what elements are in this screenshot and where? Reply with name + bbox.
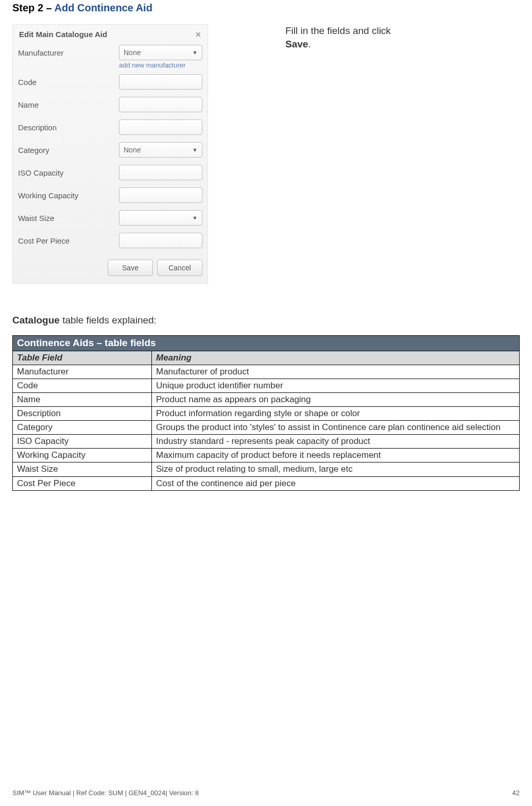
manufacturer-select[interactable]: None ▼	[119, 45, 202, 60]
table-row: Waist SizeSize of product relating to sm…	[13, 462, 520, 476]
add-new-manufacturer-link[interactable]: add new manufacturer	[119, 61, 185, 69]
label-name: Name	[18, 100, 119, 109]
table-row: CategoryGroups the product into 'styles'…	[13, 421, 520, 435]
code-input[interactable]	[119, 74, 202, 90]
footer-left: SIM™ User Manual | Ref Code: SUM | GEN4_…	[12, 789, 199, 797]
cell-field: Name	[13, 392, 152, 406]
catalogue-intro-rest: table fields explained:	[60, 315, 157, 325]
step-heading: Step 2 – Add Continence Aid	[12, 0, 520, 14]
table-row: NameProduct name as appears on packaging	[13, 392, 520, 406]
instruction-text: Fill in the fields and click Save.	[285, 24, 391, 50]
cell-field: Cost Per Piece	[13, 476, 152, 490]
step-sep: –	[43, 2, 55, 13]
cell-field: Working Capacity	[13, 449, 152, 462]
category-select-value: None	[124, 146, 141, 154]
chevron-down-icon: ▼	[192, 147, 198, 153]
table-col2-header: Meaning	[152, 351, 520, 365]
cell-meaning: Industry standard - represents peak capa…	[152, 435, 520, 449]
cell-meaning: Product information regarding style or s…	[152, 407, 520, 421]
instruction-period: .	[308, 39, 311, 49]
label-working: Working Capacity	[18, 191, 119, 200]
name-input[interactable]	[119, 97, 202, 112]
save-button[interactable]: Save	[108, 260, 153, 276]
table-title: Continence Aids – table fields	[13, 336, 520, 351]
manufacturer-select-value: None	[124, 48, 141, 57]
chevron-down-icon: ▼	[192, 49, 198, 56]
table-row: CodeUnique product identifier number	[13, 379, 520, 392]
label-waist: Waist Size	[18, 214, 119, 222]
waist-size-select[interactable]: ▼	[119, 210, 202, 226]
label-iso: ISO Capacity	[18, 168, 119, 177]
cell-field: ISO Capacity	[13, 435, 152, 449]
catalogue-intro: Catalogue table fields explained:	[12, 315, 520, 326]
label-manufacturer: Manufacturer	[18, 48, 119, 57]
iso-capacity-input[interactable]	[119, 165, 202, 180]
label-category: Category	[18, 146, 119, 155]
working-capacity-input[interactable]	[119, 187, 202, 203]
table-row: DescriptionProduct information regarding…	[13, 407, 520, 421]
dialog-title: Edit Main Catalogue Aid	[19, 30, 107, 39]
cell-meaning: Cost of the continence aid per piece	[152, 476, 520, 490]
fields-table: Continence Aids – table fields Table Fie…	[12, 335, 520, 491]
cell-field: Code	[13, 379, 152, 392]
label-cost: Cost Per Piece	[18, 236, 119, 245]
cell-field: Waist Size	[13, 462, 152, 476]
cancel-button[interactable]: Cancel	[157, 260, 202, 276]
category-select[interactable]: None ▼	[119, 142, 202, 158]
cell-meaning: Groups the product into 'styles' to assi…	[152, 421, 520, 435]
cell-field: Manufacturer	[13, 365, 152, 379]
table-row: Working CapacityMaximum capacity of prod…	[13, 449, 520, 462]
cell-meaning: Manufacturer of product	[152, 365, 520, 379]
table-row: ISO CapacityIndustry standard - represen…	[13, 435, 520, 449]
close-icon[interactable]: ✕	[195, 31, 201, 38]
cell-field: Description	[13, 407, 152, 421]
step-title: Add Continence Aid	[55, 2, 152, 13]
catalogue-intro-bold: Catalogue	[12, 315, 60, 325]
page-footer: SIM™ User Manual | Ref Code: SUM | GEN4_…	[12, 789, 520, 797]
instruction-save-word: Save	[285, 39, 308, 49]
cell-meaning: Size of product relating to small, mediu…	[152, 462, 520, 476]
edit-catalogue-dialog: Edit Main Catalogue Aid ✕ Manufacturer N…	[12, 24, 208, 284]
footer-page-number: 42	[512, 789, 520, 797]
label-description: Description	[18, 123, 119, 132]
chevron-down-icon: ▼	[192, 215, 198, 221]
cell-field: Category	[13, 421, 152, 435]
label-code: Code	[18, 78, 119, 87]
step-prefix: Step 2	[12, 2, 43, 13]
description-input[interactable]	[119, 119, 202, 135]
cell-meaning: Product name as appears on packaging	[152, 392, 520, 406]
cost-per-piece-input[interactable]	[119, 233, 202, 248]
table-row: Cost Per PieceCost of the continence aid…	[13, 476, 520, 490]
cell-meaning: Unique product identifier number	[152, 379, 520, 392]
table-col1-header: Table Field	[13, 351, 152, 365]
dialog-title-bar: Edit Main Catalogue Aid ✕	[13, 25, 208, 43]
cell-meaning: Maximum capacity of product before it ne…	[152, 449, 520, 462]
table-row: ManufacturerManufacturer of product	[13, 365, 520, 379]
instruction-line1: Fill in the fields and click	[285, 25, 391, 36]
